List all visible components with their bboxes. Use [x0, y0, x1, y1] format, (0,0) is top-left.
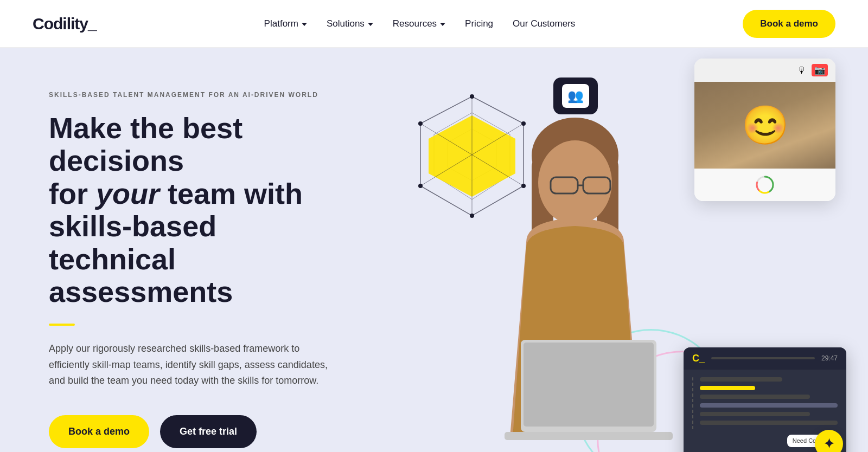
hero-section: SKILLS-BASED TALENT MANAGEMENT FOR AN AI…	[0, 48, 868, 452]
progress-ring	[755, 175, 775, 195]
video-card-header: 🎙 📷	[694, 59, 835, 82]
hero-title: Make the best decisions for your team wi…	[49, 112, 336, 308]
code-line	[700, 421, 838, 425]
logo-text: Codility	[33, 15, 88, 33]
hero-title-line1: Make the best decisions	[49, 112, 242, 177]
code-editor-header: C_ 29:47	[684, 347, 846, 370]
hero-body: Apply our rigorously researched skills-b…	[49, 341, 336, 389]
code-editor-time: 29:47	[821, 354, 838, 362]
code-progress-bar	[711, 357, 815, 359]
hero-right: 👥 🎙 📷 😊	[369, 48, 868, 452]
hero-title-italic: your	[96, 177, 159, 210]
hero-ctas: Book a demo Get free trial	[49, 415, 336, 448]
svg-point-12	[418, 121, 423, 126]
hero-divider	[49, 324, 75, 326]
nav-item-resources[interactable]: Resources	[384, 13, 454, 35]
sparkle-icon: ✦	[824, 436, 834, 451]
svg-rect-26	[524, 343, 654, 427]
cam-icon: 📷	[812, 64, 828, 76]
nav-label-platform: Platform	[264, 18, 298, 29]
nav-label-solutions: Solutions	[327, 18, 365, 29]
nav-item-customers[interactable]: Our Customers	[504, 13, 584, 35]
chevron-down-icon	[302, 23, 307, 26]
code-editor-logo: C_	[692, 353, 705, 364]
svg-point-11	[418, 184, 423, 188]
video-call-card: 🎙 📷 😊	[694, 59, 835, 201]
video-body: 😊	[694, 82, 835, 169]
code-line	[700, 395, 810, 399]
nav-book-demo-button[interactable]: Book a demo	[743, 10, 835, 38]
code-line	[700, 403, 838, 408]
video-card-footer	[694, 169, 835, 201]
nav-label-pricing: Pricing	[465, 18, 493, 29]
hero-eyebrow: SKILLS-BASED TALENT MANAGEMENT FOR AN AI…	[49, 91, 336, 99]
navbar: Codility_ Platform Solutions Resources P…	[0, 0, 868, 48]
hero-title-line2-prefix: for	[49, 177, 96, 210]
nav-item-platform[interactable]: Platform	[256, 13, 316, 35]
nav-item-pricing[interactable]: Pricing	[456, 13, 502, 35]
hero-title-line3: technical assessments	[49, 243, 233, 308]
chevron-down-icon	[440, 23, 445, 26]
chevron-down-icon	[368, 23, 373, 26]
users-icon: 👥	[562, 84, 589, 108]
hero-left: SKILLS-BASED TALENT MANAGEMENT FOR AN AI…	[0, 48, 369, 452]
logo[interactable]: Codility_	[33, 15, 97, 33]
hero-book-demo-button[interactable]: Book a demo	[49, 415, 149, 448]
mic-icon: 🎙	[797, 66, 806, 75]
hero-person	[456, 112, 694, 452]
nav-links: Platform Solutions Resources Pricing Our…	[256, 13, 584, 35]
code-line	[700, 412, 810, 416]
svg-rect-27	[505, 432, 673, 440]
nav-label-resources: Resources	[393, 18, 437, 29]
svg-point-7	[470, 94, 474, 99]
nav-item-solutions[interactable]: Solutions	[318, 13, 382, 35]
code-line	[700, 386, 755, 390]
users-card: 👥	[553, 78, 598, 114]
nav-label-customers: Our Customers	[513, 18, 575, 29]
hero-free-trial-button[interactable]: Get free trial	[160, 415, 257, 448]
svg-point-21	[538, 140, 612, 225]
code-line	[700, 377, 782, 382]
